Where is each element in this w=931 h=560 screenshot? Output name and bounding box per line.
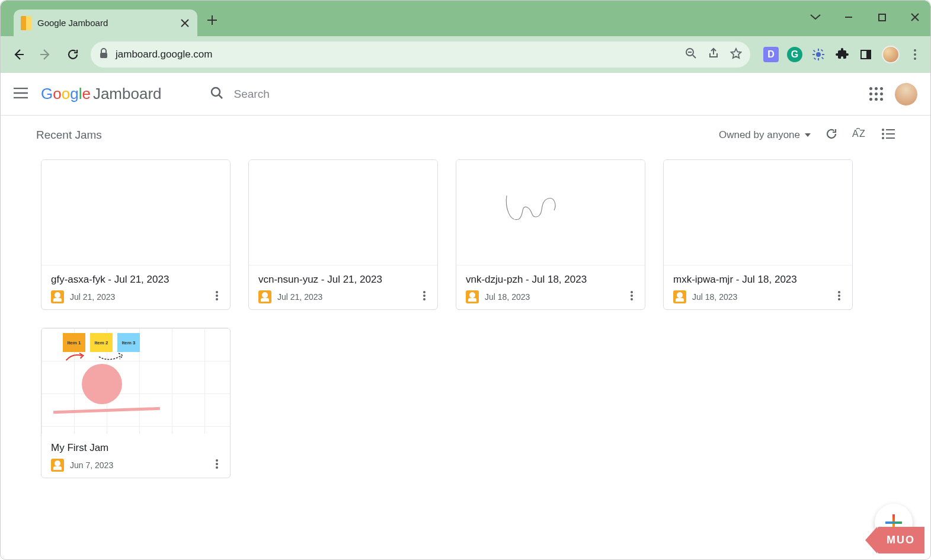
svg-rect-21 (886, 129, 895, 130)
svg-point-28 (216, 298, 218, 300)
jam-card[interactable]: vnk-dzju-pzh - Jul 18, 2023 Jul 18, 2023 (456, 159, 645, 310)
jam-card[interactable]: vcn-nsun-yuz - Jul 21, 2023 Jul 21, 2023 (248, 159, 438, 310)
extension-d-icon[interactable]: D (763, 47, 779, 62)
svg-point-37 (838, 298, 840, 300)
google-jamboard-logo[interactable]: Google Jamboard (41, 85, 162, 103)
jam-card[interactable]: gfy-asxa-fyk - Jul 21, 2023 Jul 21, 2023 (41, 159, 231, 310)
sticky-note: Item 1 (63, 333, 85, 352)
extension-gear-icon[interactable] (811, 47, 826, 62)
svg-point-26 (216, 291, 218, 293)
list-view-icon[interactable] (882, 129, 895, 142)
svg-rect-7 (822, 54, 824, 55)
jamboard-favicon (21, 16, 31, 30)
url-text: jamboard.google.com (116, 49, 678, 60)
jam-date: Jul 21, 2023 (277, 292, 415, 302)
browser-tab-strip: Google Jamboard (1, 1, 930, 36)
extension-icons: D G (763, 46, 922, 63)
svg-point-33 (631, 295, 633, 297)
sticky-note: Item 2 (90, 333, 113, 352)
svg-point-38 (216, 459, 218, 462)
svg-point-30 (423, 295, 425, 297)
google-apps-icon[interactable] (869, 87, 883, 101)
extensions-puzzle-icon[interactable] (834, 47, 850, 62)
search-placeholder: Search (234, 88, 270, 101)
jam-card[interactable]: mxk-ipwa-mjr - Jul 18, 2023 Jul 18, 2023 (663, 159, 853, 310)
extension-grammarly-icon[interactable]: G (787, 47, 802, 62)
jam-grid: gfy-asxa-fyk - Jul 21, 2023 Jul 21, 2023… (1, 149, 930, 489)
minimize-icon[interactable] (840, 9, 857, 25)
browser-profile-avatar[interactable] (882, 46, 900, 63)
reload-button[interactable] (63, 45, 82, 64)
jam-date: Jul 18, 2023 (485, 292, 622, 302)
jam-date: Jun 7, 2023 (70, 460, 207, 470)
svg-rect-9 (821, 57, 824, 59)
jamboard-file-icon (673, 290, 686, 303)
card-menu-icon[interactable] (836, 291, 843, 303)
jam-preview: Item 1 Item 2 Item 3 (41, 328, 230, 434)
address-bar[interactable]: jamboard.google.com (91, 41, 750, 68)
section-header: Recent Jams Owned by anyone AZ (1, 116, 930, 149)
hamburger-menu-icon[interactable] (14, 88, 28, 101)
jamboard-file-icon (51, 290, 64, 303)
close-tab-icon[interactable] (180, 18, 190, 28)
jam-title: vcn-nsun-yuz - Jul 21, 2023 (258, 274, 428, 286)
jam-date: Jul 18, 2023 (692, 292, 830, 302)
close-window-icon[interactable] (907, 9, 923, 25)
jam-preview (249, 160, 437, 265)
search-bar[interactable]: Search (210, 87, 270, 102)
back-button[interactable] (9, 45, 28, 64)
svg-rect-11 (814, 57, 816, 60)
forward-button (36, 45, 55, 64)
drawing-circle (82, 364, 122, 404)
maximize-icon[interactable] (874, 9, 890, 25)
side-panel-icon[interactable] (858, 47, 874, 62)
jamboard-file-icon (51, 459, 64, 472)
star-icon[interactable] (730, 47, 742, 62)
svg-point-36 (838, 295, 840, 297)
section-title: Recent Jams (36, 129, 102, 142)
card-menu-icon[interactable] (628, 291, 635, 303)
svg-point-27 (216, 295, 218, 297)
svg-rect-6 (812, 54, 815, 55)
svg-point-3 (816, 52, 821, 57)
svg-point-29 (423, 291, 425, 293)
jam-date: Jul 21, 2023 (70, 292, 207, 302)
svg-point-32 (631, 291, 633, 293)
svg-point-22 (882, 133, 884, 135)
sort-az-icon[interactable]: AZ (852, 128, 868, 142)
jam-title: gfy-asxa-fyk - Jul 21, 2023 (51, 274, 220, 286)
share-icon[interactable] (708, 47, 719, 62)
jam-title: mxk-ipwa-mjr - Jul 18, 2023 (673, 274, 843, 286)
owner-filter-dropdown[interactable]: Owned by anyone (719, 129, 811, 141)
svg-rect-4 (818, 49, 819, 51)
new-tab-button[interactable] (207, 14, 217, 29)
svg-rect-0 (879, 14, 885, 21)
svg-point-40 (216, 466, 218, 469)
account-avatar[interactable] (895, 83, 917, 105)
card-menu-icon[interactable] (213, 459, 220, 471)
chevron-down-icon[interactable] (807, 9, 824, 25)
browser-toolbar: jamboard.google.com D G (1, 36, 930, 73)
svg-point-35 (838, 291, 840, 293)
jam-title: vnk-dzju-pzh - Jul 18, 2023 (466, 274, 635, 286)
browser-tab[interactable]: Google Jamboard (14, 9, 197, 36)
card-menu-icon[interactable] (421, 291, 428, 303)
watermark-badge: MUO (877, 527, 924, 553)
svg-point-14 (914, 49, 916, 52)
card-menu-icon[interactable] (213, 291, 220, 303)
svg-rect-5 (818, 58, 819, 60)
svg-point-17 (212, 88, 220, 96)
search-icon (210, 87, 223, 102)
app-header: Google Jamboard Search (1, 73, 930, 116)
refresh-icon[interactable] (825, 127, 838, 143)
zoom-icon[interactable] (685, 47, 697, 62)
jamboard-file-icon (258, 290, 271, 303)
browser-menu-icon[interactable] (908, 49, 922, 60)
svg-rect-8 (813, 50, 815, 52)
jam-card[interactable]: Item 1 Item 2 Item 3 My First Jam Jun 7,… (41, 328, 231, 478)
svg-point-31 (423, 298, 425, 300)
lock-icon (99, 48, 108, 61)
jam-preview (41, 160, 230, 265)
svg-rect-13 (866, 50, 871, 59)
svg-point-34 (631, 298, 633, 300)
